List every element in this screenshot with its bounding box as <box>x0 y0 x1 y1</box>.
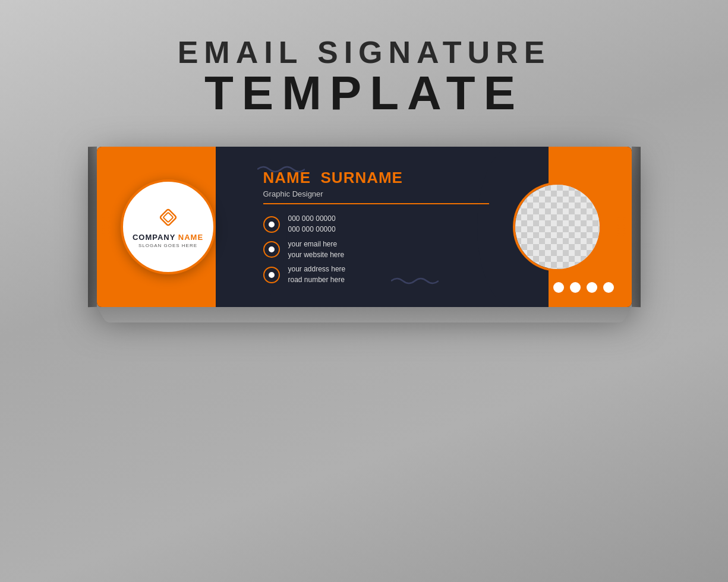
address-line2: road number here <box>288 275 346 285</box>
company-slogan: SLOGAN GOES HERE <box>138 243 197 248</box>
photo-circle <box>513 182 602 271</box>
dot <box>617 228 620 231</box>
page-title-area: EMAIL SIGNATURE TEMPLATE <box>178 36 551 117</box>
dots-grid-right <box>617 217 627 236</box>
dot <box>108 233 111 236</box>
card-bottom-shadow <box>97 307 632 322</box>
card-wrapper: COMPANY NAME SLOGAN GOES HERE <box>97 147 632 325</box>
social-dot-1 <box>553 282 564 293</box>
email-icon <box>263 241 280 258</box>
company-logo-circle: COMPANY NAME SLOGAN GOES HERE <box>121 179 216 274</box>
card-right-panel <box>632 147 641 308</box>
contact-email: your email here your website here <box>263 239 489 260</box>
email-value: your email here <box>288 239 345 249</box>
person-title: Graphic Designer <box>263 189 489 204</box>
svg-rect-0 <box>159 209 176 226</box>
dot <box>108 223 111 226</box>
contact-address: your address here road number here <box>263 264 489 285</box>
phone-1: 000 000 00000 <box>288 214 336 224</box>
title-line2: TEMPLATE <box>178 69 551 117</box>
wave-decoration-top <box>257 163 305 178</box>
phone-2: 000 000 00000 <box>288 224 336 235</box>
dot <box>102 233 105 236</box>
company-name-colored: NAME <box>178 233 203 242</box>
company-name: COMPANY NAME <box>133 233 203 242</box>
social-dot-2 <box>570 282 581 293</box>
contact-phone: 000 000 00000 000 000 00000 <box>263 214 489 235</box>
dot <box>617 233 620 236</box>
dot <box>623 223 626 226</box>
person-last-name: SURNAME <box>321 169 403 186</box>
dot <box>108 228 111 231</box>
website-value: your website here <box>288 250 345 260</box>
social-dots <box>553 282 614 293</box>
dot <box>617 223 620 226</box>
dot <box>623 233 626 236</box>
photo-placeholder <box>515 185 600 269</box>
contact-list: 000 000 00000 000 000 00000 your email h… <box>263 214 489 285</box>
dot <box>108 217 111 220</box>
company-logo-icon <box>156 205 180 229</box>
phone-icon <box>263 216 280 233</box>
dot <box>623 228 626 231</box>
svg-rect-1 <box>163 212 173 222</box>
social-dot-4 <box>603 282 614 293</box>
dot <box>617 217 620 220</box>
wave-decoration-bottom <box>391 275 439 289</box>
signature-card: COMPANY NAME SLOGAN GOES HERE <box>97 147 632 307</box>
dot <box>102 217 105 220</box>
email-text: your email here your website here <box>288 239 345 260</box>
dot <box>102 228 105 231</box>
social-dot-3 <box>587 282 597 293</box>
phone-text: 000 000 00000 000 000 00000 <box>288 214 336 235</box>
dots-grid-left <box>102 217 111 236</box>
dot <box>102 223 105 226</box>
address-line1: your address here <box>288 264 346 274</box>
title-line1: EMAIL SIGNATURE <box>178 36 551 69</box>
card-left-panel <box>88 147 97 308</box>
address-icon <box>263 267 280 283</box>
dot <box>623 217 626 220</box>
address-text: your address here road number here <box>288 264 346 285</box>
